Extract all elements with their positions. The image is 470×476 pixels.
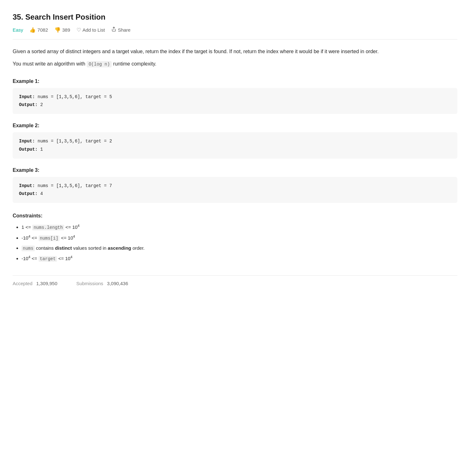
difficulty-badge[interactable]: Easy: [13, 27, 23, 33]
constraint-2: -104 <= nums[i] <= 104: [22, 234, 457, 242]
example-3-input: Input: nums = [1,3,5,6], target = 7: [19, 182, 451, 190]
add-to-list-label: Add to List: [83, 27, 105, 33]
example-2-input: Input: nums = [1,3,5,6], target = 2: [19, 137, 451, 145]
share-icon: [111, 27, 116, 33]
description-line1: Given a sorted array of distinct integer…: [13, 47, 457, 56]
thumbs-up-icon: 👍: [29, 27, 36, 33]
example-1-block: Input: nums = [1,3,5,6], target = 5 Outp…: [13, 88, 457, 114]
meta-bar: Easy 👍 7082 👎 389 ♡ Add to List Share: [13, 27, 457, 40]
example-1-input: Input: nums = [1,3,5,6], target = 5: [19, 93, 451, 101]
share-button[interactable]: Share: [111, 27, 131, 33]
description-line2: You must write an algorithm with O(log n…: [13, 60, 457, 68]
example-3: Example 3: Input: nums = [1,3,5,6], targ…: [13, 167, 457, 203]
accepted-stat: Accepted 1,309,950: [13, 281, 57, 286]
heart-icon: ♡: [77, 27, 81, 33]
submissions-stat: Submissions 3,090,436: [76, 281, 128, 286]
example-2-title: Example 2:: [13, 123, 457, 128]
complexity-code: O(log n): [87, 61, 112, 67]
example-2: Example 2: Input: nums = [1,3,5,6], targ…: [13, 123, 457, 158]
accepted-label: Accepted: [13, 281, 33, 286]
likes-button[interactable]: 👍 7082: [29, 27, 48, 33]
example-3-output: Output: 4: [19, 190, 451, 198]
example-3-block: Input: nums = [1,3,5,6], target = 7 Outp…: [13, 177, 457, 203]
constraints-list: 1 <= nums.length <= 104 -104 <= nums[i] …: [13, 223, 457, 263]
example-1: Example 1: Input: nums = [1,3,5,6], targ…: [13, 78, 457, 114]
add-to-list-button[interactable]: ♡ Add to List: [77, 27, 105, 33]
submissions-label: Submissions: [76, 281, 103, 286]
example-2-block: Input: nums = [1,3,5,6], target = 2 Outp…: [13, 132, 457, 158]
example-3-title: Example 3:: [13, 167, 457, 173]
footer-stats: Accepted 1,309,950 Submissions 3,090,436: [13, 275, 457, 286]
constraint-1: 1 <= nums.length <= 104: [22, 223, 457, 231]
constraints-section: Constraints: 1 <= nums.length <= 104 -10…: [13, 213, 457, 263]
submissions-value: 3,090,436: [107, 281, 128, 286]
example-2-output: Output: 1: [19, 146, 451, 153]
problem-description: Given a sorted array of distinct integer…: [13, 47, 457, 68]
accepted-value: 1,309,950: [36, 281, 58, 286]
dislikes-count: 389: [62, 27, 70, 33]
problem-title: 35. Search Insert Position: [13, 13, 457, 22]
likes-count: 7082: [37, 27, 48, 33]
share-label: Share: [118, 27, 131, 33]
constraint-3: nums contains distinct values sorted in …: [22, 244, 457, 252]
dislikes-button[interactable]: 👎 389: [54, 27, 70, 33]
thumbs-down-icon: 👎: [54, 27, 61, 33]
constraints-title: Constraints:: [13, 213, 457, 219]
example-1-title: Example 1:: [13, 78, 457, 84]
constraint-4: -104 <= target <= 104: [22, 254, 457, 262]
example-1-output: Output: 2: [19, 101, 451, 109]
